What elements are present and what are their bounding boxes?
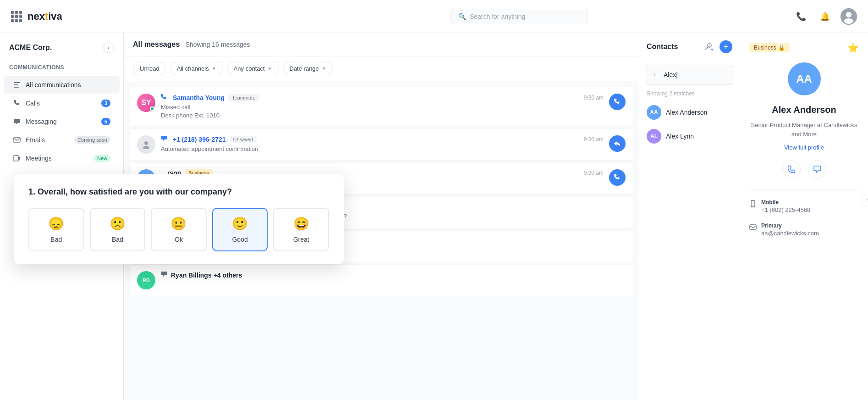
filter-date-btn[interactable]: Date range ▼ [283, 62, 333, 75]
sidebar-collapse-btn[interactable]: ‹ [103, 42, 114, 53]
profile-avatar: AA [788, 62, 821, 95]
add-contact-icon-btn[interactable] [703, 40, 716, 53]
chat-icon [161, 135, 167, 143]
survey-options: 😞 Bad 🙁 Bad 😐 Ok 🙂 Good 😄 Great [28, 208, 329, 251]
bad1-emoji: 😞 [48, 216, 64, 231]
svg-rect-17 [750, 225, 756, 229]
apps-icon[interactable] [11, 11, 22, 22]
lock-icon: 🔒 [778, 44, 785, 51]
survey-option-great[interactable]: 😄 Great [273, 208, 329, 251]
profile-avatar-container: AA [749, 62, 859, 95]
filter-unread-btn[interactable]: Unread [133, 62, 166, 75]
all-comm-label: All communications [26, 81, 81, 89]
calls-badge: 3 [101, 100, 110, 107]
profile-divider [749, 189, 859, 190]
table-row[interactable]: SY Samantha Young Teammate [129, 87, 633, 127]
meetings-badge: New [94, 155, 110, 162]
user-avatar[interactable] [841, 8, 857, 25]
primary-value: aa@candlewicks.com [761, 230, 819, 237]
filter-contact-btn[interactable]: Any contact ▼ [227, 62, 279, 75]
survey-option-ok[interactable]: 😐 Ok [151, 208, 207, 251]
table-row[interactable]: +1 (218) 396-2721 Unsaved 9:30 am Automa… [129, 128, 633, 161]
contacts-title: Contacts [647, 43, 678, 51]
sidebar-item-messaging[interactable]: Messaging 5 [4, 113, 120, 130]
call-action-btn-2[interactable] [609, 169, 626, 186]
survey-option-bad2[interactable]: 🙁 Bad [90, 208, 146, 251]
contacts-actions: + [703, 40, 732, 53]
mobile-content: Mobile +1 (602) 225-4568 [761, 199, 810, 213]
navbar-left: nextiva [11, 11, 62, 22]
contacts-search-area[interactable]: ← [645, 65, 734, 85]
msg-text: Missed call Desk phone Ext. 1010 [161, 103, 604, 120]
msg-top: Samantha Young Teammate 9:30 am [161, 94, 604, 101]
meetings-label: Meetings [26, 155, 52, 162]
sidebar-item-calls[interactable]: Calls 3 [4, 94, 120, 112]
search-bar[interactable]: 🔍 Search for anything [450, 9, 588, 24]
bell-icon-btn[interactable]: 🔔 [817, 8, 833, 25]
msg-content: +1 (218) 396-2721 Unsaved 9:30 am Automa… [161, 135, 604, 153]
msg-name: +1 (218) 396-2721 [173, 136, 226, 143]
sidebar-item-emails[interactable]: Emails Coming soon [4, 131, 120, 149]
view-profile-link[interactable]: View full profile [749, 144, 859, 151]
profile-tags: Business 🔒 ⭐ [749, 42, 859, 53]
profile-business-tag: Business 🔒 [749, 43, 790, 52]
svg-rect-7 [14, 156, 18, 161]
messages-header-left: All messages Showing 16 messages [133, 40, 250, 49]
add-contact-btn[interactable]: + [720, 40, 732, 53]
emails-icon [13, 136, 21, 144]
svg-rect-5 [14, 87, 19, 88]
sidebar-item-meetings[interactable]: Meetings New [4, 150, 120, 167]
survey-option-good[interactable]: 🙂 Good [212, 208, 268, 251]
profile-chat-btn[interactable] [808, 160, 826, 178]
contacts-header: Contacts + [639, 33, 740, 59]
survey-question: 1. Overall, how satisfied are you with o… [28, 187, 329, 197]
email-content: Primary aa@candlewicks.com [761, 222, 819, 237]
filter-unread-label: Unread [140, 65, 159, 72]
bad2-emoji: 🙁 [110, 216, 126, 231]
primary-label: Primary [761, 222, 819, 229]
chevron-down-icon-3: ▼ [322, 66, 326, 71]
msg-top: Ryan Billings +4 others [161, 271, 626, 279]
profile-phone-btn[interactable] [782, 160, 801, 178]
ok-label: Ok [175, 236, 183, 243]
mobile-value: +1 (602) 225-4568 [761, 206, 810, 213]
survey-option-bad1[interactable]: 😞 Bad [28, 208, 84, 251]
bad1-label: Bad [50, 236, 62, 243]
table-row[interactable]: RB Ryan Billings +4 others [129, 264, 633, 296]
filter-channels-btn[interactable]: All channels ▼ [170, 62, 223, 75]
msg-time: 9:30 am [584, 170, 604, 176]
msg-content: Samantha Young Teammate 9:30 am Missed c… [161, 94, 604, 120]
msg-tag: Teammate [228, 94, 259, 101]
mobile-label: Mobile [761, 199, 810, 206]
back-arrow-icon[interactable]: ← [653, 71, 660, 79]
avatar: RB [137, 271, 155, 289]
profile-avatar-initials: AA [796, 72, 812, 85]
contacts-matches-label: Showing 2 matches [639, 90, 740, 100]
msg-time: 9:30 am [584, 94, 604, 101]
reply-action-btn[interactable] [609, 135, 626, 152]
messages-header: All messages Showing 16 messages › [124, 33, 639, 56]
svg-point-2 [844, 18, 853, 24]
messages-title: All messages [133, 40, 180, 48]
chevron-down-icon: ▼ [212, 66, 216, 71]
phone-icon-btn[interactable]: 📞 [793, 8, 809, 25]
list-item[interactable]: AL Alex Lynn [639, 124, 740, 148]
ok-emoji: 😐 [170, 216, 187, 231]
chat-icon-2 [161, 271, 167, 279]
meetings-icon [13, 154, 21, 162]
msg-line2: Desk phone Ext. 1010 [161, 111, 604, 120]
svg-rect-3 [14, 82, 20, 83]
star-icon[interactable]: ⭐ [847, 42, 859, 53]
sidebar-item-all-communications[interactable]: All communications [4, 76, 120, 94]
profile-mobile-info: Mobile +1 (602) 225-4568 [749, 197, 859, 215]
company-name: ACME Corp. [9, 44, 52, 52]
contacts-search-input[interactable] [664, 71, 744, 78]
list-item[interactable]: AA Alex Anderson [639, 100, 740, 124]
msg-tag: Unsaved [230, 136, 257, 143]
call-action-btn[interactable] [609, 94, 626, 110]
messages-count: Showing 16 messages [186, 41, 250, 48]
profile-email-info: Primary aa@candlewicks.com [749, 221, 859, 239]
sidebar-section-communications: Communications [0, 61, 123, 74]
msg-sender: +1 (218) 396-2721 Unsaved [161, 135, 257, 143]
contact-name: Alex Anderson [666, 109, 707, 116]
